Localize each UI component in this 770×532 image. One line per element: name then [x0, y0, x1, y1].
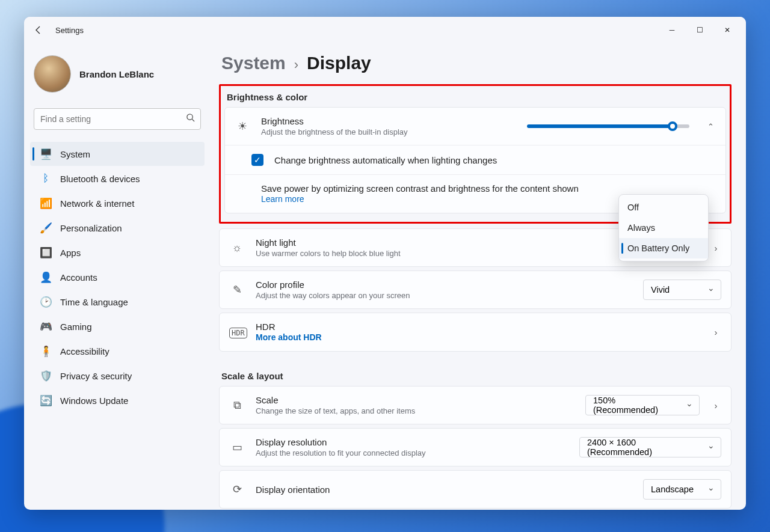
minimize-button[interactable]: ─ [658, 20, 686, 40]
hdr-card[interactable]: HDR HDR More about HDR › [219, 313, 732, 352]
auto-brightness-row[interactable]: ✓ Change brightness automatically when l… [225, 145, 725, 174]
nav-gaming[interactable]: 🎮Gaming [30, 314, 205, 338]
moon-icon: ☼ [229, 242, 245, 254]
nav-apps[interactable]: 🔲Apps [30, 240, 205, 264]
orientation-card: ⟳ Display orientation Landscape [219, 470, 732, 509]
hdr-icon: HDR [229, 326, 245, 338]
section-brightness-color-title: Brightness & color [227, 92, 726, 102]
update-icon: 🔄 [40, 394, 52, 406]
profile[interactable]: Brandon LeBlanc [30, 49, 205, 103]
dropdown-option-off[interactable]: Off [619, 197, 708, 218]
scale-title: Scale [256, 395, 574, 405]
brightness-card: ☀ Brightness Adjust the brightness of th… [224, 107, 726, 213]
highlight-annotation: Brightness & color ☀ Brightness Adjust t… [219, 84, 732, 224]
person-icon: 👤 [40, 271, 52, 283]
wifi-icon: 📶 [40, 197, 52, 209]
sun-icon: ☀ [235, 120, 250, 133]
nav-windows-update[interactable]: 🔄Windows Update [30, 388, 205, 412]
avatar [34, 55, 71, 93]
nav-label: Bluetooth & devices [60, 174, 140, 184]
dropdown-option-battery[interactable]: On Battery Only [619, 238, 708, 258]
chevron-right-icon[interactable]: › [710, 400, 721, 411]
nav-label: Windows Update [60, 396, 128, 406]
brightness-row: ☀ Brightness Adjust the brightness of th… [225, 108, 725, 145]
auto-brightness-checkbox[interactable]: ✓ [251, 154, 263, 166]
resolution-icon: ▭ [229, 441, 245, 454]
brightness-sub: Adjust the brightness of the built-in di… [261, 127, 516, 136]
display-icon: 🖥️ [40, 148, 52, 160]
settings-window: Settings ─ ☐ ✕ Brandon LeBlanc 🖥️System … [24, 17, 746, 510]
orientation-title: Display orientation [256, 485, 632, 495]
scale-card[interactable]: ⧉ Scale Change the size of text, apps, a… [219, 386, 732, 424]
resolution-select[interactable]: 2400 × 1600 (Recommended) [579, 437, 721, 457]
orientation-select[interactable]: Landscape [643, 479, 721, 500]
gamepad-icon: 🎮 [40, 320, 52, 332]
nav-label: Network & internet [60, 198, 134, 209]
profile-name: Brandon LeBlanc [79, 69, 154, 79]
content-adaptive-row: Save power by optimizing screen contrast… [225, 174, 725, 213]
chevron-right-icon[interactable]: › [710, 327, 721, 337]
nav-label: Time & language [60, 297, 128, 307]
nav-label: Accounts [60, 272, 97, 283]
chevron-right-icon: › [294, 57, 298, 73]
resolution-sub: Adjust the resolution to fit your connec… [256, 448, 568, 457]
color-profile-title: Color profile [256, 280, 632, 290]
content: System › Display Brightness & color ☀ Br… [211, 43, 746, 510]
window-controls: ─ ☐ ✕ [658, 20, 741, 40]
content-adaptive-dropdown: Off Always On Battery Only [618, 194, 709, 261]
pen-icon: ✎ [229, 283, 245, 296]
brightness-title: Brightness [261, 116, 516, 126]
color-profile-select[interactable]: Vivid [643, 280, 721, 300]
nav-bluetooth[interactable]: ᛒBluetooth & devices [30, 167, 205, 191]
breadcrumb-parent[interactable]: System [221, 53, 286, 73]
nav-label: System [60, 149, 90, 159]
nav-personalization[interactable]: 🖌️Personalization [30, 216, 205, 240]
close-button[interactable]: ✕ [713, 20, 741, 40]
nav-privacy[interactable]: 🛡️Privacy & security [30, 364, 205, 388]
section-scale-layout-title: Scale & layout [221, 371, 732, 381]
brush-icon: 🖌️ [40, 222, 52, 234]
nav-label: Personalization [60, 223, 122, 233]
chevron-right-icon[interactable]: › [710, 243, 721, 253]
learn-more-link[interactable]: Learn more [261, 194, 304, 204]
nav: 🖥️System ᛒBluetooth & devices 📶Network &… [30, 142, 205, 412]
clock-icon: 🕑 [40, 296, 52, 308]
hdr-title: HDR [256, 322, 700, 332]
night-light-sub: Use warmer colors to help block blue lig… [256, 249, 634, 258]
resolution-card: ▭ Display resolution Adjust the resoluti… [219, 428, 732, 466]
night-light-title: Night light [256, 237, 634, 248]
breadcrumb: System › Display [219, 53, 732, 73]
breadcrumb-current: Display [307, 53, 371, 73]
shield-icon: 🛡️ [40, 370, 52, 382]
maximize-button[interactable]: ☐ [686, 20, 713, 40]
arrow-left-icon [34, 25, 43, 35]
resolution-title: Display resolution [256, 437, 568, 447]
scale-select[interactable]: 150% (Recommended) [585, 395, 700, 415]
nav-network[interactable]: 📶Network & internet [30, 191, 205, 215]
search-input[interactable] [34, 108, 201, 130]
nav-label: Apps [60, 248, 81, 258]
nav-label: Accessibility [60, 346, 109, 356]
nav-label: Privacy & security [60, 371, 132, 381]
brightness-slider[interactable] [527, 124, 689, 128]
bluetooth-icon: ᛒ [40, 173, 52, 185]
nav-time-language[interactable]: 🕑Time & language [30, 290, 205, 314]
hdr-link[interactable]: More about HDR [256, 332, 322, 342]
chevron-up-icon[interactable]: ⌃ [705, 122, 716, 131]
nav-accounts[interactable]: 👤Accounts [30, 265, 205, 289]
svg-point-0 [187, 114, 192, 120]
nav-accessibility[interactable]: 🧍Accessibility [30, 339, 205, 363]
orientation-icon: ⟳ [229, 483, 245, 496]
titlebar: Settings ─ ☐ ✕ [24, 17, 746, 43]
back-button[interactable] [29, 20, 48, 40]
scale-sub: Change the size of text, apps, and other… [256, 406, 574, 415]
content-adaptive-text: Save power by optimizing screen contrast… [261, 183, 716, 194]
color-profile-sub: Adjust the way colors appear on your scr… [256, 291, 632, 300]
apps-icon: 🔲 [40, 246, 52, 258]
scale-icon: ⧉ [229, 399, 245, 412]
nav-system[interactable]: 🖥️System [30, 142, 205, 166]
color-profile-card: ✎ Color profile Adjust the way colors ap… [219, 271, 732, 309]
search-icon [186, 113, 195, 124]
nav-label: Gaming [60, 322, 92, 332]
dropdown-option-always[interactable]: Always [619, 218, 708, 238]
